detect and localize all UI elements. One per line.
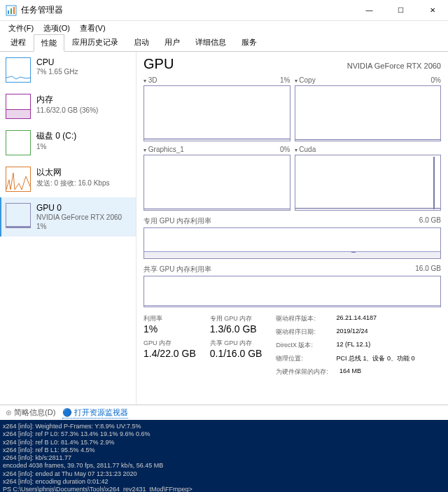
- sidebar-item-gpu[interactable]: GPU 0NVIDIA GeForce RTX 2060 1%: [0, 197, 136, 237]
- chart-cuda: [295, 155, 442, 211]
- terminal-line: x264 [info]: ended at Thu May 07 12:31:2…: [3, 470, 445, 478]
- terminal-line: x264 [info]: ref B L1: 95.5% 4.5%: [3, 447, 445, 454]
- tab-processes[interactable]: 进程: [3, 34, 34, 51]
- disk-sparkline: [6, 130, 31, 155]
- driver-date: 2019/12/24: [336, 328, 368, 337]
- sidebar-sub: 1%: [36, 142, 130, 151]
- sidebar-label: 磁盘 0 (C:): [36, 130, 130, 142]
- ethernet-sparkline: [6, 167, 31, 192]
- sidebar-sub: 发送: 0 接收: 16.0 Kbps: [36, 178, 130, 188]
- sidebar-label: CPU: [36, 57, 130, 67]
- tab-users[interactable]: 用户: [157, 34, 188, 51]
- sidebar-label: 以太网: [36, 167, 130, 178]
- open-resmon-link[interactable]: 🔵 打开资源监视器: [62, 407, 128, 419]
- dedicated-mem-chart: [144, 227, 441, 259]
- terminal-line: x264 [info]: Weighted P-Frames: Y:8.9% U…: [3, 423, 445, 430]
- svg-rect-1: [8, 10, 9, 14]
- shared-mem-max: 16.0 GB: [415, 265, 441, 274]
- info-key: 驱动程序版本:: [276, 314, 325, 323]
- util-value: 1%: [144, 323, 196, 335]
- sidebar-item-disk[interactable]: 磁盘 0 (C:)1%: [0, 125, 136, 161]
- terminal-line: x264 [info]: ref P L0: 57.3% 13.4% 19.1%…: [3, 430, 445, 438]
- chart-pct: 0%: [280, 146, 290, 153]
- fewer-details-button[interactable]: ⊙ 简略信息(D): [6, 407, 55, 418]
- app-icon: [6, 5, 17, 16]
- dedicated-mem-max: 6.0 GB: [419, 216, 441, 226]
- reserved-memory: 164 MB: [340, 367, 361, 377]
- stat-label: GPU 内存: [144, 339, 196, 348]
- tab-details[interactable]: 详细信息: [188, 34, 234, 51]
- stat-label: 利用率: [144, 314, 196, 323]
- gpu-model: NVIDIA GeForce RTX 2060: [347, 62, 441, 70]
- minimize-button[interactable]: —: [354, 0, 385, 21]
- tab-services[interactable]: 服务: [234, 34, 265, 51]
- chevron-down-icon[interactable]: ▾: [144, 147, 146, 153]
- memory-sparkline: [6, 94, 31, 119]
- titlebar: 任务管理器 — ☐ ✕: [0, 0, 448, 21]
- chart-graphics: [144, 155, 290, 211]
- sidebar-label: GPU 0: [36, 203, 130, 213]
- shared-mem-label: 共享 GPU 内存利用率: [144, 265, 211, 274]
- stat-label: 共享 GPU 内存: [210, 339, 262, 348]
- chart-label-3d[interactable]: 3D: [148, 76, 158, 84]
- physical-location: PCI 总线 1、设备 0、功能 0: [336, 354, 414, 363]
- svg-rect-3: [13, 7, 15, 14]
- info-key: DirectX 版本:: [276, 341, 325, 350]
- sidebar-sub: 11.6/32.0 GB (36%): [36, 106, 130, 115]
- chart-pct: 0%: [431, 76, 441, 84]
- menu-options[interactable]: 选项(O): [39, 22, 74, 35]
- detail-pane: GPU NVIDIA GeForce RTX 2060 ▾ 3D1% ▾ Cop…: [136, 52, 448, 405]
- sidebar-label: 内存: [36, 94, 130, 106]
- sidebar-item-cpu[interactable]: CPU7% 1.65 GHz: [0, 52, 136, 88]
- detail-title: GPU: [144, 56, 174, 72]
- shared-value: 0.1/16.0 GB: [210, 348, 262, 359]
- maximize-button[interactable]: ☐: [385, 0, 416, 21]
- chart-label-copy[interactable]: Copy: [299, 76, 315, 84]
- sidebar-item-ethernet[interactable]: 以太网发送: 0 接收: 16.0 Kbps: [0, 161, 136, 197]
- window-title: 任务管理器: [21, 4, 354, 16]
- menu-file[interactable]: 文件(F): [4, 22, 38, 35]
- info-key: 驱动程序日期:: [276, 328, 325, 337]
- tab-bar: 进程 性能 应用历史记录 启动 用户 详细信息 服务: [0, 35, 448, 52]
- sidebar-sub: 7% 1.65 GHz: [36, 67, 130, 76]
- sidebar: CPU7% 1.65 GHz 内存11.6/32.0 GB (36%) 磁盘 0…: [0, 52, 136, 405]
- svg-rect-2: [10, 8, 12, 14]
- menu-view[interactable]: 查看(V): [76, 22, 110, 35]
- tab-history[interactable]: 应用历史记录: [64, 34, 126, 51]
- close-button[interactable]: ✕: [416, 0, 448, 21]
- terminal-line: x264 [info]: ref B L0: 81.4% 15.7% 2.9%: [3, 439, 445, 447]
- cpu-sparkline: [6, 57, 31, 83]
- terminal-line: x264 [info]: encoding duration 0:01:42: [3, 478, 445, 486]
- chevron-down-icon[interactable]: ▾: [295, 147, 298, 153]
- sidebar-sub: NVIDIA GeForce RTX 2060 1%: [36, 213, 130, 231]
- menubar: 文件(F) 选项(O) 查看(V): [0, 21, 448, 35]
- statusbar: ⊙ 简略信息(D) 🔵 打开资源监视器: [0, 405, 448, 420]
- chart-label-cuda[interactable]: Cuda: [299, 146, 316, 153]
- shared-mem-chart: [144, 276, 441, 307]
- chevron-down-icon[interactable]: ▾: [144, 78, 146, 84]
- dedicated-value: 1.3/6.0 GB: [210, 323, 262, 335]
- driver-version: 26.21.14.4187: [336, 314, 377, 323]
- info-key: 物理位置:: [276, 354, 325, 363]
- terminal-line: encoded 4038 frames, 39.70 fps, 2811.77 …: [3, 462, 445, 470]
- terminal-prompt: PS C:\Users\phnjs\Documents\Tools\x264_r…: [3, 486, 445, 492]
- chart-pct: 1%: [280, 76, 290, 84]
- tab-performance[interactable]: 性能: [34, 34, 64, 52]
- terminal-line: x264 [info]: kb/s:2811.77: [3, 454, 445, 462]
- terminal[interactable]: x264 [info]: Weighted P-Frames: Y:8.9% U…: [0, 420, 448, 492]
- sidebar-item-memory[interactable]: 内存11.6/32.0 GB (36%): [0, 88, 136, 125]
- gpu-mem-value: 1.4/22.0 GB: [144, 348, 196, 359]
- chart-label-graphics[interactable]: Graphics_1: [148, 146, 184, 153]
- chart-copy: [295, 85, 442, 141]
- stat-label: 专用 GPU 内存: [210, 314, 262, 323]
- chevron-down-icon[interactable]: ▾: [295, 78, 298, 84]
- info-key: 为硬件保留的内存:: [276, 367, 328, 377]
- directx-version: 12 (FL 12.1): [336, 341, 370, 350]
- chart-3d: [144, 85, 290, 141]
- tab-startup[interactable]: 启动: [126, 34, 157, 51]
- dedicated-mem-label: 专用 GPU 内存利用率: [144, 216, 211, 226]
- gpu-sparkline: [6, 203, 31, 228]
